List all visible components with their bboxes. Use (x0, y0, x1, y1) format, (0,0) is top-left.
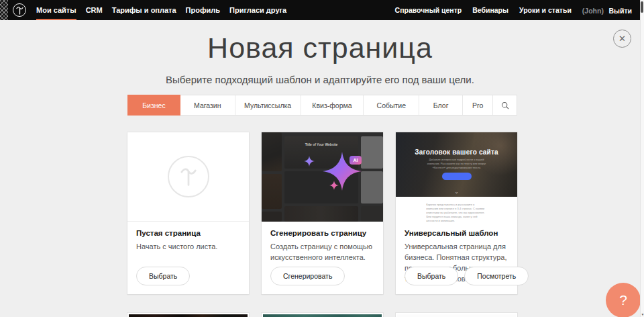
nav-profile[interactable]: Профиль (186, 0, 220, 20)
ai-sparkle-small-icon (304, 156, 315, 167)
close-button[interactable]: ✕ (613, 30, 631, 48)
tilda-logo[interactable] (13, 3, 26, 17)
tab-search[interactable] (493, 95, 517, 115)
tab-quiz-form[interactable]: Квиз-форма (301, 95, 364, 115)
tilda-logo-icon (15, 5, 24, 15)
template-card-partial[interactable] (396, 313, 517, 317)
nav-tariffs[interactable]: Тарифы и оплата (112, 0, 176, 20)
top-navigation-bar: Мои сайты CRM Тарифы и оплата Профиль Пр… (0, 0, 640, 20)
question-mark-icon: ? (619, 292, 627, 308)
choose-blank-button[interactable]: Выбрать (136, 267, 190, 285)
link-webinars[interactable]: Вебинары (472, 6, 508, 14)
link-lessons[interactable]: Уроки и статьи (519, 6, 572, 14)
link-help-center[interactable]: Справочный центр (395, 6, 462, 14)
preview-universal-button[interactable]: Посмотреть (464, 267, 529, 285)
tab-business[interactable]: Бизнес (127, 95, 180, 116)
tab-shop[interactable]: Магазин (180, 95, 235, 115)
tilda-placeholder-logo (168, 156, 209, 197)
tab-pro[interactable]: Pro (463, 95, 493, 115)
template-thumbnail (129, 314, 248, 317)
choose-universal-button[interactable]: Выбрать (405, 267, 458, 285)
logout-link[interactable]: Выйти (608, 7, 632, 15)
preview-hero: Заголовок вашего сайта Добавьте интересн… (396, 132, 517, 197)
user-name: (John) (582, 7, 604, 15)
user-logout-group: (John) Выйти (582, 4, 632, 16)
tab-event[interactable]: Событие (364, 95, 419, 115)
template-thumbnail (263, 314, 382, 317)
generate-button[interactable]: Сгенерировать (270, 267, 345, 285)
ai-badge: AI (350, 156, 362, 165)
main-menu: Мои сайты CRM Тарифы и оплата Профиль Пр… (36, 0, 286, 20)
scrollbar-down-arrow[interactable]: ▼ (641, 312, 644, 316)
card-title: Сгенерировать страницу (270, 229, 374, 237)
preview-hero-title: Заголовок вашего сайта (396, 148, 517, 156)
page-scrollbar[interactable]: ▼ (640, 0, 644, 317)
card-title: Универсальный шаблон (405, 229, 508, 237)
page-title: Новая страница (0, 32, 640, 64)
search-icon (501, 101, 509, 109)
nav-crm[interactable]: CRM (86, 0, 103, 20)
tilda-watermark-icon (178, 165, 199, 188)
ai-generate-preview: Title of Your Website AI (262, 132, 383, 222)
nav-my-sites[interactable]: Мои сайты (36, 0, 76, 20)
preview-body-section: Коротко представьтесь и расскажите о ком… (396, 197, 517, 222)
edge-pattern-decor (0, 0, 8, 20)
template-card-universal[interactable]: Заголовок вашего сайта Добавьте интересн… (396, 132, 517, 294)
ai-sparkle-small-icon (329, 181, 339, 190)
secondary-menu: Справочный центр Вебинары Уроки и статьи… (395, 4, 632, 16)
preview-body-text: Коротко представьтесь и расскажите о ком… (426, 203, 487, 212)
tab-blog[interactable]: Блог (419, 95, 463, 115)
scrollbar-thumb[interactable] (641, 1, 643, 13)
template-card-partial[interactable] (127, 313, 249, 317)
help-button[interactable]: ? (606, 283, 641, 317)
template-thumbnail (397, 314, 516, 317)
chevron-down-icon: ⌄ (454, 189, 459, 195)
blank-page-preview (127, 132, 249, 222)
card-description: Начать с чистого листа. (136, 242, 240, 253)
nav-invite-friend[interactable]: Пригласи друга (229, 0, 286, 20)
preview-hero-button (442, 173, 472, 180)
template-card-blank[interactable]: Пустая страница Начать с чистого листа. … (127, 132, 249, 294)
card-description: Создать страницу с помощью искусственног… (270, 242, 374, 263)
close-icon: ✕ (619, 34, 626, 43)
template-category-tabs: Бизнес Магазин Мультиссылка Квиз-форма С… (127, 95, 517, 116)
tab-multilink[interactable]: Мультиссылка (235, 95, 301, 115)
template-card-partial[interactable] (262, 313, 383, 317)
universal-template-preview: Заголовок вашего сайта Добавьте интересн… (396, 132, 517, 222)
preview-site-title: Title of Your Website (299, 143, 344, 147)
card-title: Пустая страница (136, 229, 240, 237)
page-subtitle: Выберите подходящий шаблон и адаптируйте… (0, 74, 640, 85)
template-card-ai-generate[interactable]: Title of Your Website AI Сгенериро (262, 132, 383, 294)
preview-hero-subtext: Добавьте интересные подробности о вашей … (426, 158, 487, 169)
